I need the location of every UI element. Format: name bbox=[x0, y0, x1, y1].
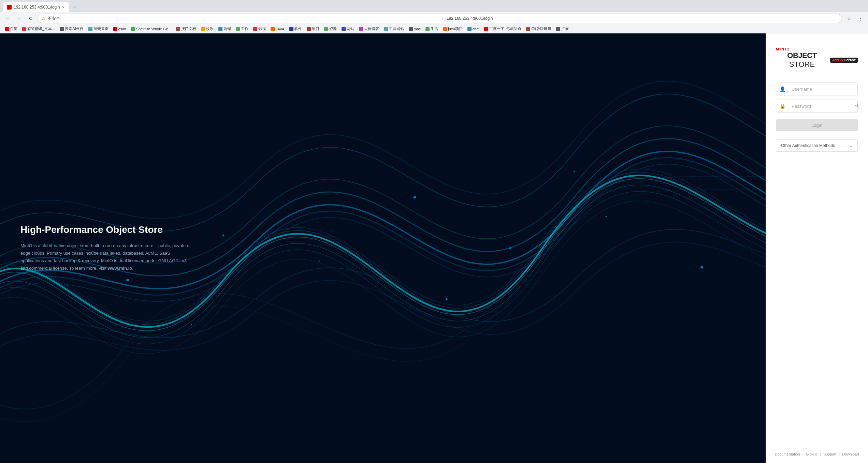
lock-icon: 🔒 bbox=[776, 100, 789, 112]
new-tab-button[interactable]: + bbox=[70, 2, 80, 12]
bookmark-video[interactable]: 影视 bbox=[251, 26, 268, 32]
user-icon: 👤 bbox=[776, 83, 789, 95]
bookmark-baidu[interactable]: 百度 bbox=[3, 26, 19, 32]
bookmark-frontend[interactable]: 前端 bbox=[216, 26, 233, 32]
svg-point-6 bbox=[606, 216, 607, 217]
hero-panel: High-Performance Object Store MinIO is a… bbox=[0, 33, 766, 463]
bookmark-favicon bbox=[201, 27, 205, 31]
bookmarks-bar: 百度 有道翻译_文本... 搜索AI伙伴 贝壳首页 csdn Shellfish… bbox=[0, 25, 868, 33]
bookmark-favicon bbox=[176, 27, 180, 31]
toggle-password-icon[interactable]: 👁 bbox=[852, 100, 863, 112]
bookmark-favicon bbox=[467, 27, 472, 31]
svg-point-9 bbox=[446, 298, 448, 300]
other-auth-label: Other Authentication Methods bbox=[781, 143, 835, 148]
bookmark-ai[interactable]: 搜索AI伙伴 bbox=[58, 26, 85, 32]
forward-button[interactable]: → bbox=[14, 14, 24, 23]
bookmark-favicon bbox=[289, 27, 293, 31]
github-link[interactable]: GitHub bbox=[806, 452, 818, 456]
bookmark-website[interactable]: 网站 bbox=[339, 26, 356, 32]
download-link[interactable]: Download bbox=[842, 452, 859, 456]
tab-label: 192.168.253.4:9001/login bbox=[14, 5, 60, 10]
login-button[interactable]: Login bbox=[776, 119, 858, 131]
bookmark-chat[interactable]: chat bbox=[465, 26, 482, 32]
bookmark-favicon bbox=[526, 27, 530, 31]
logo-top-text: MINIO bbox=[776, 47, 858, 51]
object-text: OBJECT bbox=[787, 51, 816, 60]
other-auth-dropdown[interactable]: Other Authentication Methods ⌄ bbox=[776, 139, 858, 152]
bookmark-csdn[interactable]: csdn bbox=[111, 26, 128, 32]
bookmark-favicon bbox=[271, 27, 275, 31]
bookmark-favicon bbox=[218, 27, 222, 31]
bookmark-favicon bbox=[556, 27, 560, 31]
support-link[interactable]: Support bbox=[823, 452, 837, 456]
logo-bottom: OBJECT STORE AGPLV3 LICENSE bbox=[776, 51, 858, 69]
menu-button[interactable]: ⋮ bbox=[856, 14, 865, 23]
svg-point-2 bbox=[222, 235, 225, 237]
bookmark-favicon bbox=[425, 27, 430, 31]
bookmark-favicon bbox=[484, 27, 488, 31]
password-input[interactable] bbox=[789, 100, 852, 112]
bookmark-favicon bbox=[307, 27, 311, 31]
hero-content: High-Performance Object Store MinIO is a… bbox=[20, 224, 191, 272]
documentation-link[interactable]: Documentation bbox=[775, 452, 800, 456]
bookmark-extensions[interactable]: 扩展 bbox=[554, 26, 571, 32]
bookmark-favicon bbox=[324, 27, 328, 31]
svg-point-3 bbox=[318, 260, 320, 262]
bookmark-entertainment[interactable]: 娱乐 bbox=[199, 26, 216, 32]
bookmark-work[interactable]: 工作 bbox=[234, 26, 250, 32]
footer-links: Documentation | GitHub | Support | Downl… bbox=[775, 452, 859, 456]
url-text: 192.168.253.4:9001/login bbox=[447, 16, 838, 21]
license-badge: AGPLV3 LICENSE bbox=[830, 58, 858, 63]
bookmark-favicon bbox=[22, 27, 26, 31]
agpl-text: AGPLV3 bbox=[832, 59, 843, 62]
bookmark-mac[interactable]: mac bbox=[407, 26, 423, 32]
bookmark-project[interactable]: 项目 bbox=[305, 26, 321, 32]
tab-bar: 192.168.253.4:9001/login × + bbox=[0, 0, 868, 12]
login-panel: MINIO OBJECT STORE AGPLV3 LICENSE 👤 🔒 � bbox=[766, 33, 868, 463]
bookmark-tools[interactable]: 工具网站 bbox=[382, 26, 406, 32]
username-group: 👤 bbox=[776, 83, 858, 95]
bookmark-favicon bbox=[5, 27, 9, 31]
bookmark-favicon bbox=[236, 27, 240, 31]
svg-point-4 bbox=[414, 196, 416, 198]
bookmark-software[interactable]: 软件 bbox=[287, 26, 304, 32]
bookmark-resources[interactable]: 资源 bbox=[322, 26, 339, 32]
bookmark-blog[interactable]: 大佬博客 bbox=[357, 26, 381, 32]
svg-point-10 bbox=[574, 171, 575, 173]
svg-point-8 bbox=[191, 324, 192, 326]
active-tab[interactable]: 192.168.253.4:9001/login × bbox=[3, 2, 69, 12]
bookmark-beike[interactable]: 贝壳首页 bbox=[86, 26, 111, 32]
bookmark-shellfish[interactable]: Shellfish Whole Ge... bbox=[129, 26, 173, 32]
svg-point-7 bbox=[700, 266, 703, 268]
address-bar[interactable]: ⚠ 不安全 | 192.168.253.4:9001/login bbox=[38, 14, 842, 23]
reload-button[interactable]: ↻ bbox=[26, 14, 35, 23]
bookmark-favicon bbox=[359, 27, 363, 31]
bookmark-baidu-search[interactable]: 百度一下, 你就知道 bbox=[482, 26, 523, 32]
bookmark-api[interactable]: 接口文档 bbox=[174, 26, 198, 32]
bookmark-favicon bbox=[113, 27, 117, 31]
minio-logo: MINIO OBJECT STORE AGPLV3 LICENSE bbox=[776, 47, 858, 69]
navigation-bar: ← → ↻ ⚠ 不安全 | 192.168.253.4:9001/login ☆… bbox=[0, 12, 868, 25]
bookmark-life[interactable]: 生活 bbox=[423, 26, 440, 32]
hero-description: MinIO is a cloud-native object store bui… bbox=[20, 242, 191, 272]
tab-close-button[interactable]: × bbox=[62, 4, 64, 10]
address-text: 不安全 bbox=[48, 16, 439, 21]
bookmark-youdao[interactable]: 有道翻译_文本... bbox=[20, 26, 57, 32]
bookmark-button[interactable]: ☆ bbox=[844, 14, 854, 23]
bookmark-favicon bbox=[409, 27, 413, 31]
bookmark-favicon bbox=[253, 27, 257, 31]
bookmark-java-project[interactable]: java项目 bbox=[441, 26, 464, 32]
bookmark-java[interactable]: JAVA bbox=[269, 26, 287, 32]
security-icon: ⚠ bbox=[42, 16, 46, 21]
svg-point-1 bbox=[126, 279, 129, 281]
username-input[interactable] bbox=[789, 83, 857, 95]
minio-link[interactable]: www.min.io bbox=[108, 266, 132, 271]
bookmark-favicon bbox=[60, 27, 64, 31]
back-button[interactable]: ← bbox=[3, 14, 12, 23]
hero-title: High-Performance Object Store bbox=[20, 224, 191, 235]
chevron-down-icon: ⌄ bbox=[849, 143, 853, 148]
tab-favicon bbox=[7, 5, 12, 10]
bookmark-git[interactable]: Git版版建建 bbox=[524, 26, 553, 32]
password-group: 🔒 👁 bbox=[776, 100, 858, 113]
bookmark-favicon bbox=[342, 27, 346, 31]
